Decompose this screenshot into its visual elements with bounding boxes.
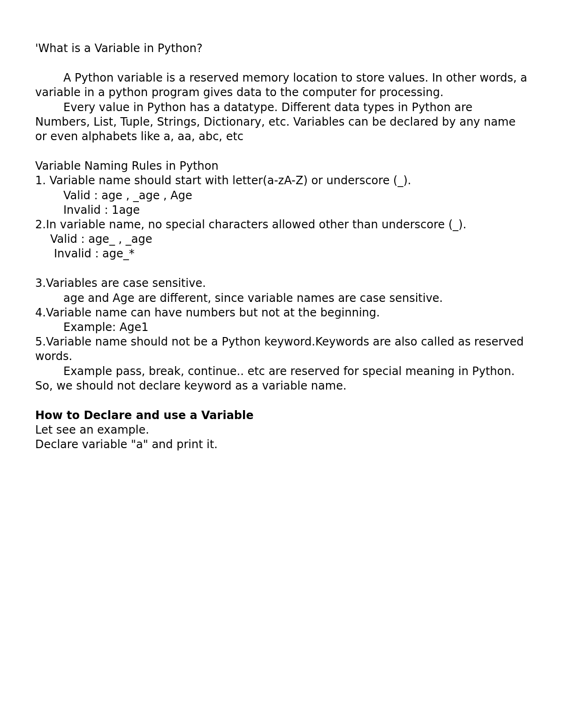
rule-3-text: 3.Variables are case sensitive. [35, 276, 528, 291]
intro-paragraph-2: Every value in Python has a datatype. Di… [35, 100, 528, 144]
rule-2-valid: Valid : age_ , _age [35, 232, 528, 247]
rule-2-text: 2.In variable name, no special character… [35, 218, 528, 232]
intro-paragraph-1: A Python variable is a reserved memory l… [35, 71, 528, 100]
rule-2-invalid: Invalid : age_* [35, 247, 528, 261]
document-title: 'What is a Variable in Python? [35, 41, 528, 56]
howto-line-2: Declare variable "a" and print it. [35, 437, 528, 452]
howto-line-1: Let see an example. [35, 423, 528, 437]
rule-1-valid: Valid : age , _age , Age [35, 188, 528, 203]
rule-5-example: Example pass, break, continue.. etc are … [35, 364, 528, 393]
rule-1-text: 1. Variable name should start with lette… [35, 173, 528, 188]
rule-3-note: age and Age are different, since variabl… [35, 291, 528, 306]
rules-heading: Variable Naming Rules in Python [35, 159, 528, 173]
rule-4-text: 4.Variable name can have numbers but not… [35, 306, 528, 320]
rule-4-example: Example: Age1 [35, 320, 528, 335]
rule-5-text: 5.Variable name should not be a Python k… [35, 335, 528, 364]
howto-heading: How to Declare and use a Variable [35, 408, 528, 423]
rule-1-invalid: Invalid : 1age [35, 203, 528, 218]
